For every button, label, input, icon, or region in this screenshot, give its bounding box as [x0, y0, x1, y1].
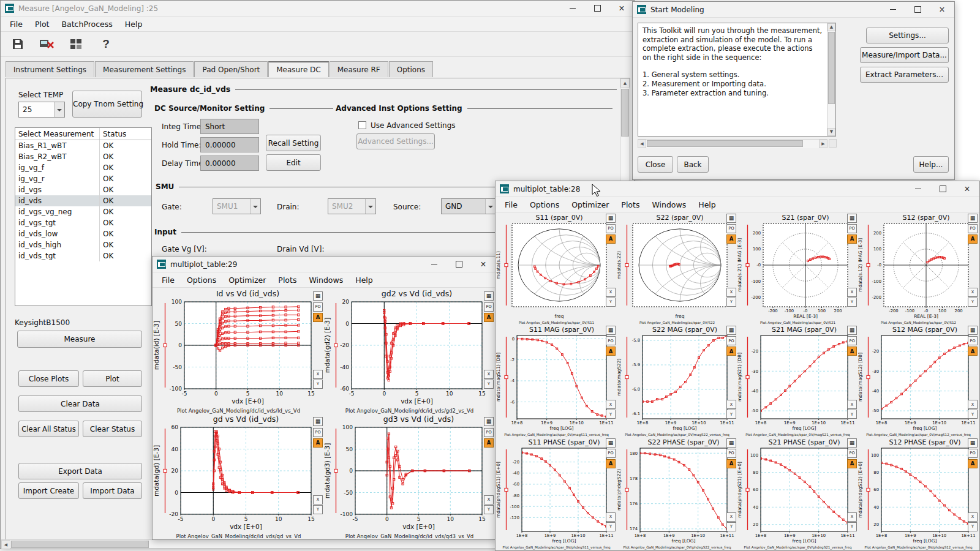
chevron-down-icon[interactable] — [250, 199, 260, 214]
x-axis-button[interactable]: X — [606, 288, 616, 297]
minimize-icon[interactable] — [881, 2, 905, 17]
autoscale-button[interactable]: A — [968, 347, 978, 356]
plot-canvas[interactable]: S11 (spar_0V)mdata(s.11)freqPlot Angelov… — [496, 213, 617, 325]
menu-windows[interactable]: Windows — [646, 198, 692, 211]
menu-plot[interactable]: Plot — [29, 18, 56, 31]
y-axis-button[interactable]: Y — [968, 522, 978, 531]
plot-canvas[interactable]: -5051015100500-50-100Id vs Vd (id_vds)md… — [153, 288, 324, 414]
s22-smith-plot[interactable]: S22 (spar_0V)mdata(s.22)freqPlot Angelov… — [617, 213, 737, 325]
chevron-down-icon[interactable] — [485, 199, 496, 214]
tab-pad-open-short[interactable]: Pad Open/Short — [194, 61, 268, 77]
table-icon-button[interactable]: ▦ — [847, 438, 857, 448]
po-button[interactable]: PO — [726, 449, 736, 458]
s22-mag-plot[interactable]: 1E+81E+91E+101E+11-5.8-5.9-6.0-6.1S22 MA… — [617, 325, 737, 437]
autoscale-button[interactable]: A — [606, 234, 616, 244]
plot-id-vs-vd[interactable]: -5051015100500-50-100Id vs Vd (id_vds)md… — [153, 288, 324, 414]
close-icon[interactable] — [955, 181, 979, 197]
table-row[interactable]: id_vgsOK — [15, 184, 151, 195]
plot-canvas[interactable]: S22 (spar_0V)mdata(s.22)freqPlot Angelov… — [617, 213, 737, 325]
table-icon-button[interactable]: ▦ — [726, 214, 736, 223]
scroll-left-icon[interactable] — [638, 140, 646, 148]
y-axis-button[interactable]: Y — [313, 505, 323, 514]
autoscale-button[interactable]: A — [968, 234, 978, 244]
x-axis-button[interactable]: X — [968, 288, 978, 297]
autoscale-button[interactable]: A — [847, 234, 857, 244]
po-button[interactable]: PO — [313, 428, 323, 437]
y-axis-button[interactable]: Y — [847, 410, 857, 419]
x-axis-button[interactable]: X — [847, 288, 857, 297]
po-button[interactable]: PO — [484, 302, 494, 312]
close-icon[interactable] — [609, 1, 634, 16]
s21-mag-plot[interactable]: 1E+81E+91E+101E+11-20-30-40-50S21 MAG (s… — [737, 325, 858, 437]
y-axis-button[interactable]: Y — [313, 380, 323, 389]
maximize-icon[interactable] — [905, 2, 930, 17]
y-axis-button[interactable]: Y — [726, 522, 736, 531]
plot-canvas[interactable]: -200-100-0100200200100-0-100-200S21 (spa… — [737, 213, 858, 325]
scroll-right-icon[interactable] — [819, 140, 827, 148]
scroll-left-icon[interactable] — [1, 540, 10, 549]
menu-options[interactable]: Options — [524, 198, 565, 211]
drain-smu-select[interactable]: SMU2 — [328, 198, 376, 214]
s11-mag-plot[interactable]: 1E+81E+91E+101E+110-2-4-6S11 MAG (spar_0… — [496, 325, 617, 437]
s11-smith-plot[interactable]: S11 (spar_0V)mdata(s.11)freqPlot Angelov… — [496, 213, 617, 325]
tab-measurement-settings[interactable]: Measurement Settings — [95, 61, 194, 77]
s21-polar-plot[interactable]: -200-100-0100200200100-0-100-200S21 (spa… — [737, 213, 858, 325]
y-axis-button[interactable]: Y — [968, 298, 978, 307]
table-icon-button[interactable]: ▦ — [484, 417, 494, 426]
plot-canvas[interactable]: 1E+81E+91E+101E+11180178176174S22 PHASE … — [617, 438, 737, 550]
s12-polar-plot[interactable]: -200-100-0100200200100-0-100-200S12 (spa… — [858, 213, 979, 325]
po-button[interactable]: PO — [847, 336, 857, 345]
mt28-titlebar[interactable]: multiplot_table:28 — [496, 181, 979, 197]
abort-measure-icon[interactable] — [37, 34, 57, 54]
measure-titlebar[interactable]: Measure [Angelov_GaN_Modeling] :25 — [1, 1, 634, 17]
autoscale-button[interactable]: A — [968, 459, 978, 468]
y-axis-button[interactable]: Y — [606, 410, 616, 419]
measure-import-data-button[interactable]: Measure/Import Data... — [860, 47, 949, 63]
y-axis-button[interactable]: Y — [606, 298, 616, 307]
menu-file[interactable]: File — [4, 18, 29, 31]
autoscale-button[interactable]: A — [847, 347, 857, 356]
copy-tnom-button[interactable]: Copy Tnom Setting — [72, 91, 142, 118]
scroll-up-icon[interactable] — [827, 23, 835, 31]
table-icon-button[interactable]: ▦ — [606, 438, 616, 448]
x-axis-button[interactable]: X — [968, 400, 978, 409]
table-icon-button[interactable]: ▦ — [606, 326, 616, 335]
table-row[interactable]: id_vds_highOK — [15, 239, 151, 250]
y-axis-button[interactable]: Y — [484, 380, 494, 389]
x-axis-button[interactable]: X — [847, 512, 857, 522]
gate-smu-select[interactable]: SMU1 — [213, 198, 261, 214]
text-horizontal-scrollbar[interactable] — [638, 139, 827, 148]
clear-status-button[interactable]: Clear Status — [83, 421, 142, 437]
autoscale-button[interactable]: A — [606, 347, 616, 356]
plot-gd3-vs-vd[interactable]: -5051015100500-50-100gd3 vs Vd (id_vds)m… — [324, 414, 495, 539]
table-row[interactable]: id_vds_tgtOK — [15, 250, 151, 261]
po-button[interactable]: PO — [484, 428, 494, 437]
plot-canvas[interactable]: -50510156040200-20gd vs Vd (id_vds)mdata… — [153, 414, 324, 539]
back-button[interactable]: Back — [677, 156, 709, 173]
table-icon-button[interactable]: ▦ — [606, 214, 616, 223]
table-row[interactable]: ig_vg_rOK — [15, 173, 151, 184]
save-icon[interactable] — [8, 34, 28, 54]
plot-button[interactable]: Plot — [83, 370, 142, 387]
plot-canvas[interactable]: -5051015200-20-40-60gd2 vs Vd (id_vds)md… — [324, 288, 495, 414]
settings-button[interactable]: Settings... — [866, 28, 949, 43]
scroll-down-icon[interactable] — [827, 128, 835, 136]
table-icon-button[interactable]: ▦ — [847, 326, 857, 335]
scrollbar-thumb[interactable] — [11, 541, 149, 548]
close-button[interactable]: Close — [638, 156, 673, 173]
autoscale-button[interactable]: A — [313, 313, 323, 322]
import-create-button[interactable]: Import Create — [18, 482, 79, 499]
export-data-button[interactable]: Export Data — [18, 463, 142, 479]
close-plots-button[interactable]: Close Plots — [18, 370, 79, 387]
help-icon[interactable] — [96, 34, 116, 54]
measure-all-icon[interactable] — [67, 34, 86, 54]
po-button[interactable]: PO — [606, 224, 616, 233]
use-advanced-checkbox[interactable] — [358, 121, 366, 129]
import-data-button[interactable]: Import Data — [83, 482, 142, 499]
po-button[interactable]: PO — [847, 224, 857, 233]
tab-instrument-settings[interactable]: Instrument Settings — [6, 61, 94, 77]
recall-setting-button[interactable]: Recall Setting — [266, 135, 321, 151]
hold-time-field[interactable]: 0.00000 — [200, 137, 259, 152]
autoscale-button[interactable]: A — [313, 438, 323, 448]
table-icon-button[interactable]: ▦ — [313, 291, 323, 301]
